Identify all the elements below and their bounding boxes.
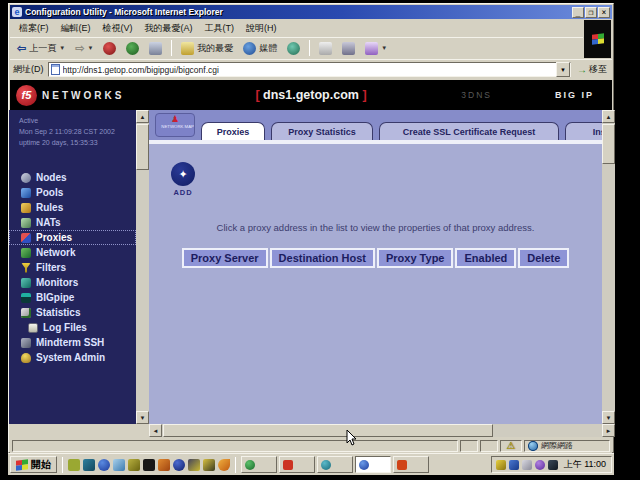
quick-launch-icon[interactable] [173, 459, 185, 471]
print-button[interactable] [338, 41, 359, 56]
sidebar-item-bigpipe[interactable]: BIGpipe [9, 290, 136, 305]
address-bar: 網址(D) ▼ → 移至 [10, 59, 612, 79]
tab-proxy-statistics[interactable]: Proxy Statistics [271, 122, 373, 140]
network-map-icon: ♟ [156, 114, 194, 124]
favorites-button[interactable]: 我的最愛 [177, 41, 237, 56]
network-map-button[interactable]: ♟ NETWORK MAP [155, 113, 195, 137]
toolbar-separator [171, 40, 172, 56]
scrollbar-thumb[interactable] [136, 124, 149, 170]
tab-baseline [149, 140, 602, 144]
scroll-up-icon[interactable]: ▲ [602, 110, 615, 123]
scrollbar-thumb[interactable] [163, 424, 493, 437]
sidebar-item-network[interactable]: Network [9, 245, 136, 260]
quick-launch-icon[interactable] [83, 459, 95, 471]
sidebar-item-filters[interactable]: Filters [9, 260, 136, 275]
scroll-left-icon[interactable]: ◄ [149, 424, 162, 437]
scroll-down-icon[interactable]: ▼ [602, 411, 615, 424]
sidebar-item-system-admin[interactable]: System Admin [9, 350, 136, 365]
sidebar-nav: Nodes Pools Rules NATs Proxies Network F… [9, 170, 136, 365]
minimize-button[interactable]: _ [572, 7, 584, 18]
sidebar-item-log-files[interactable]: Log Files [9, 320, 136, 335]
media-button[interactable]: 媒體 [239, 41, 281, 56]
address-input[interactable] [63, 65, 557, 75]
tray-icon[interactable] [522, 460, 532, 470]
quick-launch-icon[interactable] [128, 459, 140, 471]
quick-launch-icon[interactable] [203, 459, 215, 471]
tray-icon[interactable] [548, 460, 558, 470]
menu-tools[interactable]: 工具(T) [200, 21, 240, 36]
scrollbar-gap [9, 424, 149, 437]
scroll-down-icon[interactable]: ▼ [136, 411, 149, 424]
quick-launch-icon[interactable] [143, 459, 155, 471]
back-dropdown-icon[interactable]: ▼ [59, 45, 65, 51]
ssh-icon [21, 338, 31, 348]
task-button[interactable] [317, 456, 353, 473]
forward-button[interactable]: ⇨ ▼ [71, 42, 97, 55]
mail-icon [319, 42, 332, 55]
task-button[interactable] [393, 456, 429, 473]
back-button[interactable]: ⇦ 上一頁 ▼ [13, 41, 69, 56]
menu-edit[interactable]: 編輯(E) [56, 21, 96, 36]
forward-arrow-icon: ⇨ [75, 43, 84, 54]
tab-proxies[interactable]: Proxies [201, 122, 265, 140]
tray-icon[interactable] [496, 460, 506, 470]
tray-icon[interactable] [535, 460, 545, 470]
mail-button[interactable] [315, 41, 336, 56]
task-buttons [241, 456, 488, 473]
menu-favorites[interactable]: 我的最愛(A) [140, 21, 198, 36]
print-icon [342, 42, 355, 55]
task-button[interactable] [241, 456, 277, 473]
status-zone-pane: 網際網路 [524, 440, 610, 452]
sidebar-item-rules[interactable]: Rules [9, 200, 136, 215]
forward-dropdown-icon[interactable]: ▼ [87, 45, 93, 51]
scrollbar-thumb[interactable] [602, 124, 615, 164]
menu-view[interactable]: 檢視(V) [98, 21, 138, 36]
task-button[interactable] [279, 456, 315, 473]
home-button[interactable] [145, 41, 166, 56]
sidebar-item-proxies[interactable]: Proxies [9, 230, 136, 245]
column-header-proxy-server: Proxy Server [182, 248, 268, 268]
sidebar-item-statistics[interactable]: Statistics [9, 305, 136, 320]
close-button[interactable]: × [598, 7, 610, 18]
content-horizontal-scrollbar[interactable]: ◄ ► [149, 424, 615, 437]
refresh-button[interactable] [122, 41, 143, 56]
add-button[interactable]: ✦ [171, 162, 195, 186]
tab-create-ssl-certificate-request[interactable]: Create SSL Certificate Request [379, 122, 559, 140]
sidebar-scrollbar[interactable]: ▲ ▼ [136, 110, 149, 424]
title-bar: e Configuration Utility - Microsoft Inte… [10, 5, 612, 19]
quick-launch-icon[interactable] [218, 459, 230, 471]
quick-launch-icon[interactable] [188, 459, 200, 471]
tab-install-ssl-certificate[interactable]: Install SSL Certifi [565, 122, 602, 140]
system-tray: 上午 11:00 [491, 456, 612, 473]
scroll-right-icon[interactable]: ► [602, 424, 615, 437]
edit-button[interactable]: ▼ [361, 41, 391, 56]
maximize-button[interactable]: ❐ [585, 7, 597, 18]
history-button[interactable] [283, 41, 304, 56]
quick-launch-icon[interactable] [113, 459, 125, 471]
task-app-icon [321, 460, 331, 470]
go-button[interactable]: → 移至 [575, 63, 609, 76]
quick-launch-icon[interactable] [68, 459, 80, 471]
quick-launch-icon[interactable] [158, 459, 170, 471]
address-input-wrap: ▼ [48, 62, 572, 77]
sidebar-item-monitors[interactable]: Monitors [9, 275, 136, 290]
sidebar-item-pools[interactable]: Pools [9, 185, 136, 200]
scroll-up-icon[interactable]: ▲ [136, 110, 149, 123]
content-vertical-scrollbar[interactable]: ▲ ▼ [602, 110, 615, 424]
sidebar-item-mindterm-ssh[interactable]: Mindterm SSH [9, 335, 136, 350]
menu-help[interactable]: 說明(H) [241, 21, 282, 36]
quick-launch-icon[interactable] [98, 459, 110, 471]
edit-dropdown-icon[interactable]: ▼ [381, 45, 387, 51]
statistics-icon [21, 308, 31, 318]
task-button-active[interactable] [355, 456, 391, 473]
tray-icon[interactable] [509, 460, 519, 470]
sidebar-item-nodes[interactable]: Nodes [9, 170, 136, 185]
stop-button[interactable] [99, 41, 120, 56]
column-header-proxy-type: Proxy Type [377, 248, 454, 268]
menu-file[interactable]: 檔案(F) [14, 21, 54, 36]
address-dropdown-icon[interactable]: ▼ [556, 62, 570, 77]
f5-banner: f5 NETWORKS [ dns1.getop.com ] 3DNS BIG … [10, 80, 612, 110]
status-warning-pane: ⚠ [500, 440, 522, 452]
sidebar-item-nats[interactable]: NATs [9, 215, 136, 230]
start-button[interactable]: 開始 [10, 456, 57, 473]
